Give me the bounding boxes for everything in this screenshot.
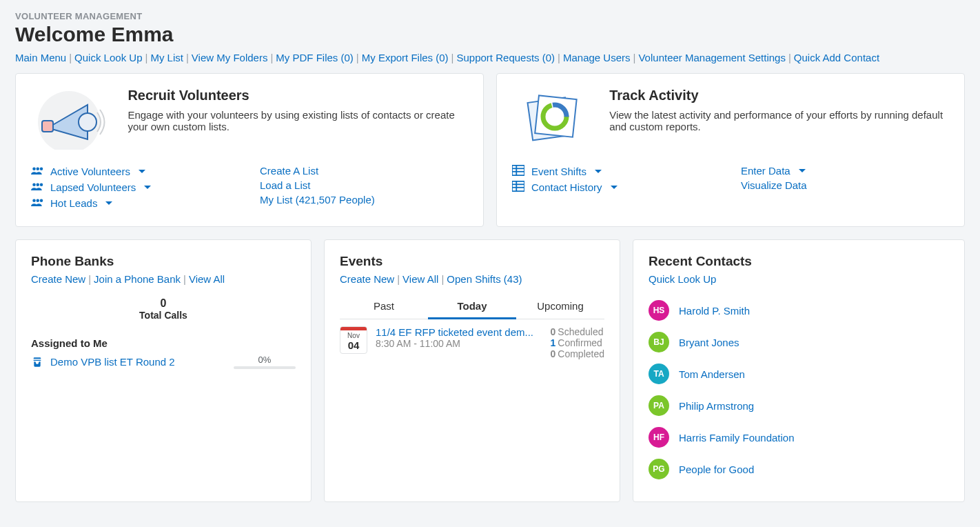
separator: | (88, 273, 91, 285)
recruit-heading: Recruit Volunteers (127, 88, 468, 103)
avatar: PA (649, 395, 669, 416)
top-nav-link[interactable]: My Export Files (0) (362, 52, 449, 63)
recruit-link[interactable]: Load a List (260, 179, 310, 191)
contact-row[interactable]: BJBryant Jones (649, 326, 946, 358)
contact-name[interactable]: People for Good (679, 464, 754, 475)
phone-banks-links: Create New|Join a Phone Bank|View All (31, 273, 296, 285)
avatar: HF (649, 427, 669, 448)
events-tab[interactable]: Upcoming (516, 295, 604, 319)
contact-name[interactable]: Tom Andersen (679, 368, 745, 380)
link-label: Lapsed Volunteers (50, 181, 136, 193)
avatar: TA (649, 364, 669, 384)
caret-down-icon (799, 169, 806, 172)
contact-row[interactable]: PAPhilip Armstrong (649, 390, 946, 421)
events-links: Create New|View All|Open Shifts (43) (340, 273, 604, 285)
caret-down-icon (595, 170, 602, 173)
event-day: 04 (340, 339, 367, 351)
svg-point-11 (37, 199, 40, 203)
phone-banks-link[interactable]: View All (189, 273, 225, 285)
contact-row[interactable]: HFHarris Family Foundation (649, 421, 946, 453)
people-icon (31, 197, 43, 210)
top-nav-link[interactable]: Quick Look Up (74, 52, 142, 63)
completed-count: 0 (551, 348, 556, 359)
avatar: BJ (649, 332, 669, 352)
contacts-list[interactable]: HSHarold P. SmithBJBryant JonesTATom And… (649, 295, 949, 488)
track-heading: Track Activity (609, 88, 949, 103)
events-tab[interactable]: Past (340, 295, 428, 319)
separator: | (69, 52, 72, 63)
recruit-dropdown-link[interactable]: Lapsed Volunteers (31, 181, 151, 194)
track-card: Track Activity View the latest activity … (496, 73, 965, 227)
assigned-phone-bank-link[interactable]: Demo VPB list ET Round 2 (31, 356, 175, 368)
recruit-dropdown-link[interactable]: Active Volunteers (31, 165, 145, 178)
separator: | (558, 52, 560, 63)
caret-down-icon (611, 186, 617, 189)
separator: | (356, 52, 359, 63)
phone-banks-link[interactable]: Join a Phone Bank (94, 273, 181, 285)
top-nav-link[interactable]: My List (150, 52, 183, 63)
link-label: Visualize Data (741, 179, 807, 191)
contact-row[interactable]: PGPeople for Good (649, 453, 946, 485)
contact-name[interactable]: Harold P. Smith (679, 305, 750, 317)
contact-row[interactable]: TATom Andersen (649, 358, 946, 390)
events-link[interactable]: Create New (340, 273, 394, 285)
top-nav-link[interactable]: Support Requests (0) (457, 52, 555, 63)
top-nav-link[interactable]: Volunteer Management Settings (638, 52, 785, 63)
assigned-to-me-heading: Assigned to Me (31, 337, 296, 349)
track-dropdown-link[interactable]: Contact History (512, 181, 617, 194)
recruit-link[interactable]: My List (421,507 People) (260, 194, 375, 206)
events-heading: Events (340, 254, 604, 269)
people-icon (31, 165, 43, 178)
top-nav-link[interactable]: Main Menu (15, 52, 66, 63)
page-subheading: VOLUNTEER MANAGEMENT (15, 11, 965, 21)
scheduled-count: 0 (551, 326, 556, 337)
events-link[interactable]: View All (402, 273, 438, 285)
contact-name[interactable]: Philip Armstrong (679, 400, 754, 412)
separator: | (441, 273, 444, 285)
top-nav: Main Menu|Quick Look Up|My List|View My … (15, 52, 965, 63)
phone-banks-heading: Phone Banks (31, 254, 296, 269)
separator: | (397, 273, 400, 285)
confirmed-count: 1 (551, 337, 556, 348)
link-label: Enter Data (741, 165, 790, 177)
total-calls-label: Total Calls (31, 310, 296, 321)
total-calls-count: 0 (31, 297, 296, 310)
svg-point-8 (37, 183, 40, 187)
top-nav-link[interactable]: Quick Add Contact (794, 52, 879, 63)
separator: | (633, 52, 636, 63)
recruit-dropdown-link[interactable]: Hot Leads (31, 197, 112, 210)
caret-down-icon (144, 186, 151, 189)
event-time: 8:30 AM - 11:00 AM (376, 338, 542, 349)
top-nav-link[interactable]: My PDF Files (0) (276, 52, 354, 63)
track-link[interactable]: Visualize Data (741, 179, 807, 191)
events-link[interactable]: Open Shifts (43) (447, 273, 522, 285)
recruit-link[interactable]: Create A List (260, 165, 318, 177)
svg-rect-21 (512, 181, 524, 191)
event-stats: 0Scheduled 1Confirmed 0Completed (551, 326, 605, 359)
page-title: Welcome Emma (15, 23, 965, 46)
megaphone-icon (31, 88, 107, 150)
separator: | (788, 52, 791, 63)
table-icon (512, 165, 524, 178)
top-nav-link[interactable]: Manage Users (563, 52, 631, 63)
avatar: PG (649, 459, 669, 479)
event-month: Nov (340, 332, 367, 339)
track-dropdown-link[interactable]: Event Shifts (512, 165, 602, 178)
events-tab[interactable]: Today (428, 295, 516, 319)
track-link[interactable]: Enter Data (741, 165, 806, 177)
quick-look-up-link[interactable]: Quick Look Up (649, 273, 716, 285)
link-label: Active Volunteers (50, 166, 130, 177)
contact-name[interactable]: Bryant Jones (679, 337, 739, 348)
event-title-link[interactable]: 11/4 EF RFP ticketed event dem... (376, 326, 542, 338)
svg-rect-2 (42, 121, 53, 132)
link-label: Event Shifts (531, 166, 586, 177)
contact-row[interactable]: AMAsma Men (649, 485, 946, 488)
contact-row[interactable]: HSHarold P. Smith (649, 295, 946, 326)
link-label: Hot Leads (50, 197, 97, 209)
top-nav-link[interactable]: View My Folders (192, 52, 268, 63)
phone-banks-link[interactable]: Create New (31, 273, 85, 285)
contact-name[interactable]: Harris Family Foundation (679, 432, 795, 444)
phone-banks-card: Phone Banks Create New|Join a Phone Bank… (15, 239, 312, 502)
recruit-card: Recruit Volunteers Engage with your volu… (15, 73, 484, 227)
completed-label: Completed (558, 348, 604, 359)
